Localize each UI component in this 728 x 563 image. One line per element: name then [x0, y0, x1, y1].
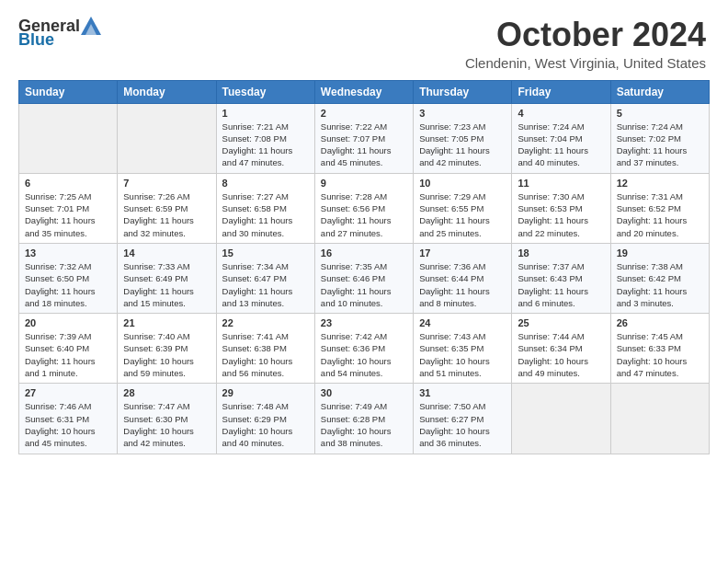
- calendar-week-4: 27Sunrise: 7:46 AMSunset: 6:31 PMDayligh…: [19, 384, 710, 454]
- sunset-text: Sunset: 6:40 PM: [25, 343, 89, 353]
- sunrise-text: Sunrise: 7:42 AM: [321, 331, 387, 341]
- calendar-cell: 6Sunrise: 7:25 AMSunset: 7:01 PMDaylight…: [19, 173, 118, 243]
- day-info: Sunrise: 7:47 AMSunset: 6:30 PMDaylight:…: [123, 400, 210, 449]
- day-number: 6: [25, 178, 111, 189]
- sunrise-text: Sunrise: 7:40 AM: [123, 331, 189, 341]
- sunset-text: Sunset: 6:58 PM: [222, 203, 287, 213]
- col-monday: Monday: [118, 80, 216, 103]
- calendar-table: Sunday Monday Tuesday Wednesday Thursday…: [18, 80, 710, 454]
- sunrise-text: Sunrise: 7:32 AM: [25, 261, 91, 271]
- day-info: Sunrise: 7:40 AMSunset: 6:39 PMDaylight:…: [123, 330, 210, 379]
- sunset-text: Sunset: 6:59 PM: [123, 203, 188, 213]
- sunrise-text: Sunrise: 7:36 AM: [419, 261, 485, 271]
- daylight-text: Daylight: 11 hours and 15 minutes.: [123, 286, 194, 308]
- sunset-text: Sunset: 6:53 PM: [518, 203, 582, 213]
- sunset-text: Sunset: 7:08 PM: [222, 133, 287, 144]
- day-info: Sunrise: 7:39 AMSunset: 6:40 PMDaylight:…: [25, 330, 111, 379]
- calendar-cell: 15Sunrise: 7:34 AMSunset: 6:47 PMDayligh…: [216, 243, 314, 313]
- sunrise-text: Sunrise: 7:24 AM: [518, 121, 584, 132]
- daylight-text: Daylight: 11 hours and 42 minutes.: [419, 145, 490, 167]
- day-info: Sunrise: 7:26 AMSunset: 6:59 PMDaylight:…: [123, 190, 210, 239]
- day-number: 20: [25, 317, 111, 328]
- day-info: Sunrise: 7:32 AMSunset: 6:50 PMDaylight:…: [25, 260, 111, 309]
- sunrise-text: Sunrise: 7:41 AM: [222, 331, 289, 341]
- header-row: Sunday Monday Tuesday Wednesday Thursday…: [19, 80, 710, 103]
- daylight-text: Daylight: 11 hours and 10 minutes.: [321, 286, 392, 308]
- calendar-cell: 20Sunrise: 7:39 AMSunset: 6:40 PMDayligh…: [19, 314, 118, 384]
- col-wednesday: Wednesday: [314, 80, 413, 103]
- sunrise-text: Sunrise: 7:33 AM: [123, 261, 189, 271]
- day-info: Sunrise: 7:45 AMSunset: 6:33 PMDaylight:…: [617, 330, 703, 379]
- day-info: Sunrise: 7:46 AMSunset: 6:31 PMDaylight:…: [25, 400, 111, 449]
- day-info: Sunrise: 7:48 AMSunset: 6:29 PMDaylight:…: [222, 400, 309, 449]
- sunrise-text: Sunrise: 7:39 AM: [25, 331, 91, 341]
- day-number: 4: [518, 108, 604, 119]
- day-info: Sunrise: 7:44 AMSunset: 6:34 PMDaylight:…: [518, 330, 604, 379]
- daylight-text: Daylight: 10 hours and 42 minutes.: [123, 426, 194, 448]
- calendar-cell: 22Sunrise: 7:41 AMSunset: 6:38 PMDayligh…: [216, 314, 314, 384]
- daylight-text: Daylight: 11 hours and 8 minutes.: [419, 286, 490, 308]
- daylight-text: Daylight: 11 hours and 35 minutes.: [25, 215, 96, 237]
- day-number: 17: [419, 247, 506, 259]
- sunset-text: Sunset: 6:47 PM: [222, 273, 287, 283]
- day-info: Sunrise: 7:21 AMSunset: 7:08 PMDaylight:…: [222, 121, 309, 169]
- sunrise-text: Sunrise: 7:31 AM: [617, 191, 683, 201]
- daylight-text: Daylight: 10 hours and 56 minutes.: [222, 356, 293, 378]
- day-info: Sunrise: 7:23 AMSunset: 7:05 PMDaylight:…: [419, 121, 506, 169]
- day-info: Sunrise: 7:43 AMSunset: 6:35 PMDaylight:…: [419, 330, 506, 379]
- calendar-cell: 12Sunrise: 7:31 AMSunset: 6:52 PMDayligh…: [610, 173, 709, 243]
- sunrise-text: Sunrise: 7:27 AM: [222, 191, 289, 201]
- day-number: 7: [123, 178, 210, 189]
- logo-icon: [81, 17, 101, 35]
- col-friday: Friday: [512, 80, 610, 103]
- sunrise-text: Sunrise: 7:37 AM: [518, 261, 584, 271]
- sunset-text: Sunset: 7:05 PM: [419, 133, 483, 144]
- day-info: Sunrise: 7:24 AMSunset: 7:04 PMDaylight:…: [518, 121, 604, 169]
- daylight-text: Daylight: 11 hours and 25 minutes.: [419, 215, 490, 237]
- sunset-text: Sunset: 6:30 PM: [123, 414, 188, 424]
- daylight-text: Daylight: 10 hours and 47 minutes.: [617, 356, 688, 378]
- day-number: 14: [123, 247, 210, 259]
- day-number: 30: [321, 387, 407, 398]
- sunset-text: Sunset: 6:36 PM: [321, 343, 385, 353]
- daylight-text: Daylight: 11 hours and 3 minutes.: [617, 286, 688, 308]
- calendar-week-1: 6Sunrise: 7:25 AMSunset: 7:01 PMDaylight…: [19, 173, 710, 243]
- day-number: 8: [222, 178, 309, 189]
- page: General Blue October 2024 Clendenin, Wes…: [0, 0, 728, 563]
- day-info: Sunrise: 7:24 AMSunset: 7:02 PMDaylight:…: [617, 121, 703, 169]
- sunset-text: Sunset: 6:50 PM: [25, 273, 89, 283]
- sunrise-text: Sunrise: 7:49 AM: [321, 401, 387, 411]
- sunrise-text: Sunrise: 7:26 AM: [123, 191, 189, 201]
- day-info: Sunrise: 7:41 AMSunset: 6:38 PMDaylight:…: [222, 330, 309, 379]
- sunrise-text: Sunrise: 7:21 AM: [222, 121, 289, 132]
- col-tuesday: Tuesday: [216, 80, 314, 103]
- day-info: Sunrise: 7:37 AMSunset: 6:43 PMDaylight:…: [518, 260, 604, 309]
- day-number: 29: [222, 387, 309, 398]
- day-info: Sunrise: 7:36 AMSunset: 6:44 PMDaylight:…: [419, 260, 506, 309]
- calendar-cell: 16Sunrise: 7:35 AMSunset: 6:46 PMDayligh…: [314, 243, 413, 313]
- month-title: October 2024: [465, 17, 706, 53]
- day-number: 1: [222, 108, 309, 119]
- day-number: 21: [123, 317, 210, 328]
- day-number: 28: [123, 387, 210, 398]
- calendar-wrap: Sunday Monday Tuesday Wednesday Thursday…: [0, 80, 728, 469]
- daylight-text: Daylight: 10 hours and 38 minutes.: [321, 426, 392, 448]
- calendar-header: Sunday Monday Tuesday Wednesday Thursday…: [19, 80, 710, 103]
- day-number: 18: [518, 247, 604, 259]
- sunset-text: Sunset: 6:56 PM: [321, 203, 385, 213]
- calendar-cell: 31Sunrise: 7:50 AMSunset: 6:27 PMDayligh…: [414, 384, 512, 454]
- daylight-text: Daylight: 10 hours and 40 minutes.: [222, 426, 293, 448]
- sunrise-text: Sunrise: 7:24 AM: [617, 121, 683, 132]
- daylight-text: Daylight: 11 hours and 30 minutes.: [222, 215, 293, 237]
- sunset-text: Sunset: 6:44 PM: [419, 273, 483, 283]
- day-info: Sunrise: 7:49 AMSunset: 6:28 PMDaylight:…: [321, 400, 407, 449]
- daylight-text: Daylight: 10 hours and 45 minutes.: [25, 426, 96, 448]
- header: General Blue October 2024 Clendenin, Wes…: [0, 0, 728, 80]
- sunrise-text: Sunrise: 7:45 AM: [617, 331, 683, 341]
- day-number: 5: [617, 108, 703, 119]
- day-info: Sunrise: 7:31 AMSunset: 6:52 PMDaylight:…: [617, 190, 703, 239]
- daylight-text: Daylight: 11 hours and 1 minute.: [25, 356, 96, 378]
- day-number: 15: [222, 247, 309, 259]
- sunrise-text: Sunrise: 7:44 AM: [518, 331, 584, 341]
- day-number: 12: [617, 178, 703, 189]
